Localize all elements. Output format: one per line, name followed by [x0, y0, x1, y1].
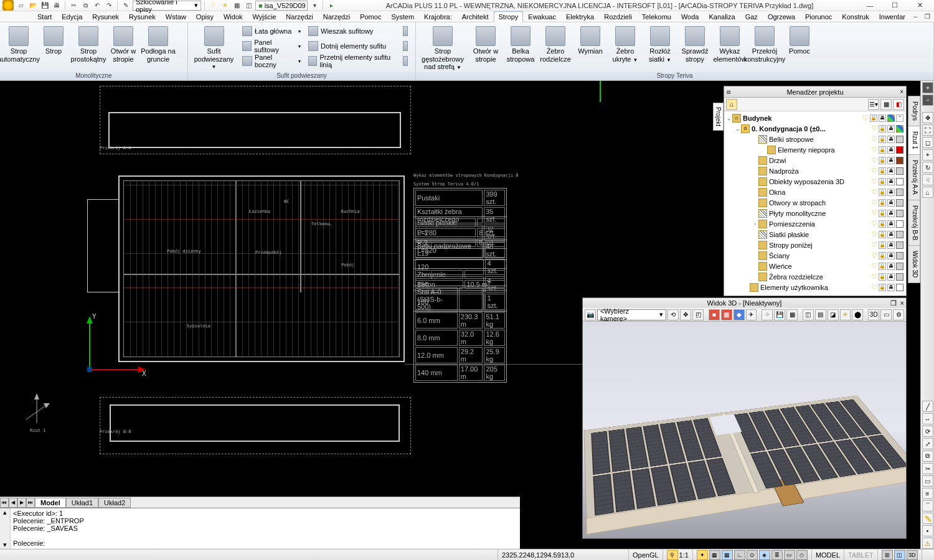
lock-icon[interactable]: 🔒: [870, 114, 877, 122]
tb-hand-icon[interactable]: ☟: [922, 174, 933, 185]
tree-item[interactable]: ›Pomieszczenia♡🔒🖶: [725, 218, 905, 229]
tb-move-icon[interactable]: ↔: [922, 413, 933, 424]
arrows-icon[interactable]: ✥: [680, 309, 691, 320]
grid-toggle[interactable]: ▦: [709, 550, 720, 560]
ribbon-tab[interactable]: Kanaliza: [704, 11, 740, 22]
s2-toggle[interactable]: ◫: [894, 550, 905, 560]
pm-tree[interactable]: ⌄ ⌂ Budynek ♡🔒🖶˄ ⌄ 0 0. Kondygnacja 0 (±…: [724, 111, 906, 296]
print-icon[interactable]: 🖶: [887, 284, 895, 291]
ribbon-button[interactable]: Belka stropowa: [503, 24, 538, 71]
print-icon[interactable]: 🖶: [887, 167, 895, 175]
tree-item[interactable]: Otwory w stropach♡🔒🖶: [725, 197, 905, 208]
print-icon[interactable]: 🖶: [887, 263, 895, 270]
ribbon-small-button[interactable]: Panel sufitowy▾: [238, 39, 304, 54]
tb-refresh-icon[interactable]: ↻: [922, 162, 933, 173]
view3d-max-icon[interactable]: ❐: [890, 299, 897, 307]
lock-icon[interactable]: 🔒: [879, 273, 886, 281]
expander-icon[interactable]: ⌄: [734, 126, 741, 132]
tree-item[interactable]: Stropy poniżej♡🔒🖶: [725, 240, 905, 250]
human-icon[interactable]: ⚲: [667, 550, 678, 560]
layer-combo[interactable]: ■isa_V529D09: [255, 1, 308, 11]
color-swatch[interactable]: [896, 199, 903, 207]
tree-item[interactable]: Obiekty wyposażenia 3D♡🔒🖶: [725, 176, 905, 187]
up-icon[interactable]: ˄: [896, 114, 903, 122]
persp-icon[interactable]: ◆: [734, 309, 745, 320]
bulb-icon[interactable]: ♡: [871, 188, 877, 196]
ribbon-tab[interactable]: Wstaw: [161, 11, 191, 22]
scale-label[interactable]: 1:1: [679, 551, 689, 559]
otrack-toggle[interactable]: ◈: [759, 550, 770, 560]
color-swatch[interactable]: [896, 231, 903, 238]
tree-item[interactable]: Belki stropowe♡🔒🖶: [725, 134, 905, 144]
ribbon-tab[interactable]: Krajobra:: [419, 11, 457, 22]
ribbon-tab[interactable]: System: [386, 11, 419, 22]
minimize-button[interactable]: —: [863, 1, 877, 11]
ribbon-button[interactable]: Rozłóż siatki ▼: [643, 24, 677, 71]
pm-opts-icon[interactable]: ◧: [893, 99, 904, 110]
shade2-icon[interactable]: ▦: [721, 309, 732, 320]
close-button[interactable]: ✕: [913, 1, 927, 11]
pin-icon[interactable]: ⧈: [727, 88, 730, 96]
tree-item[interactable]: Wieńce♡🔒🖶: [725, 261, 905, 271]
bulb-icon[interactable]: ♡: [871, 241, 877, 249]
tablet-toggle[interactable]: TABLET: [844, 549, 878, 560]
lock-icon[interactable]: 🔒: [879, 178, 886, 185]
lock-icon[interactable]: 🔒: [879, 252, 886, 259]
tb-rect-icon[interactable]: ▭: [922, 475, 933, 487]
tree-root[interactable]: Budynek: [743, 114, 862, 122]
ortho-toggle[interactable]: ▦: [722, 550, 733, 560]
bulb-icon[interactable]: ♡: [871, 177, 877, 185]
expander-icon[interactable]: ›: [752, 221, 758, 227]
color-swatch[interactable]: [896, 220, 903, 228]
pm-filter-icon[interactable]: ☰▾: [868, 99, 879, 110]
qat-open-icon[interactable]: 📂: [28, 1, 38, 11]
color-swatch[interactable]: [896, 157, 903, 164]
scroll-down-icon[interactable]: ▾: [3, 541, 7, 549]
bulb-icon[interactable]: ♡: [871, 251, 877, 259]
ribbon-tab[interactable]: Architekt: [457, 11, 494, 22]
ribbon-small-button[interactable]: [399, 24, 414, 39]
tree-storey[interactable]: 0. Kondygnacja 0 (±0...: [752, 125, 871, 133]
lock-icon[interactable]: 🔒: [879, 231, 886, 238]
ribbon-tab[interactable]: Piorunoc: [800, 11, 837, 22]
print-icon[interactable]: 🖶: [887, 146, 895, 154]
qat-sun-icon[interactable]: ☀: [220, 1, 230, 11]
dyn-toggle[interactable]: ▭: [784, 550, 795, 560]
tb-measure-icon[interactable]: 📏: [922, 513, 933, 524]
color-swatch[interactable]: [896, 167, 903, 175]
tb-line-icon[interactable]: ╱: [922, 401, 933, 412]
ribbon-button[interactable]: Strop automatyczny: [1, 24, 36, 71]
ribbon-tab[interactable]: Elektryka: [561, 11, 599, 22]
bulb-icon[interactable]: ♡: [871, 135, 877, 143]
ribbon-tab[interactable]: Gaz: [740, 11, 763, 22]
tab-last-icon[interactable]: ⏭: [26, 498, 35, 508]
ribbon-small-button[interactable]: [399, 39, 414, 54]
tree-item[interactable]: Okna♡🔒🖶: [725, 187, 905, 197]
tab-next-icon[interactable]: ▶: [17, 498, 26, 508]
s1-toggle[interactable]: ⊞: [882, 550, 893, 560]
lock-icon[interactable]: 🔒: [879, 146, 886, 154]
pm-home-icon[interactable]: ⌂: [726, 99, 737, 110]
tb-zoomext-icon[interactable]: ⛶: [922, 124, 933, 136]
ribbon-button[interactable]: Otwór w stropie: [468, 24, 503, 71]
command-line[interactable]: ▴▾ <Executor id>: 1 Polecenie: _ENTPROP …: [0, 508, 520, 549]
ribbon-small-button[interactable]: Łata główna▾: [238, 24, 304, 39]
qat-redo-icon[interactable]: ↷: [104, 1, 114, 11]
mdi-restore-icon[interactable]: ❐: [923, 12, 933, 22]
print-icon[interactable]: 🖶: [879, 114, 886, 122]
tb-zoomall-icon[interactable]: ⌖: [922, 149, 933, 161]
ribbon-tab[interactable]: Start: [32, 11, 57, 22]
camera-icon[interactable]: 📷: [585, 309, 596, 320]
ribbon-button[interactable]: Wykaz elementów: [712, 24, 747, 71]
ribbon-tab[interactable]: Ogrzewa: [763, 11, 800, 22]
shade1-icon[interactable]: ■: [709, 309, 720, 320]
ribbon-small-button[interactable]: Dotnij elementy sufitu: [304, 39, 399, 54]
bulb-icon[interactable]: ♡: [871, 220, 877, 228]
ribbon-button[interactable]: Sprawdź stropy: [677, 24, 712, 71]
lock-icon[interactable]: 🔒: [879, 157, 886, 164]
ribbon-button[interactable]: Żebro rodzielcze: [538, 24, 573, 71]
bulb-icon[interactable]: ♡: [862, 114, 869, 122]
ribbon-button[interactable]: Przekrój konstrukcyjny: [747, 24, 782, 71]
vt3-toggle[interactable]: ◇: [796, 550, 808, 560]
ribbon-tab[interactable]: Telekomu: [637, 11, 676, 22]
